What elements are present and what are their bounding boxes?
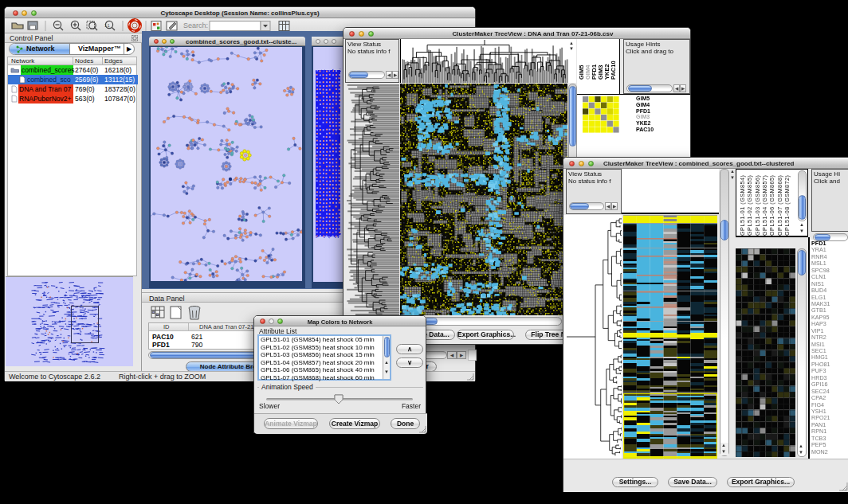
- svg-text:1:1: 1:1: [104, 24, 110, 28]
- svg-text:Search:: Search:: [183, 21, 208, 29]
